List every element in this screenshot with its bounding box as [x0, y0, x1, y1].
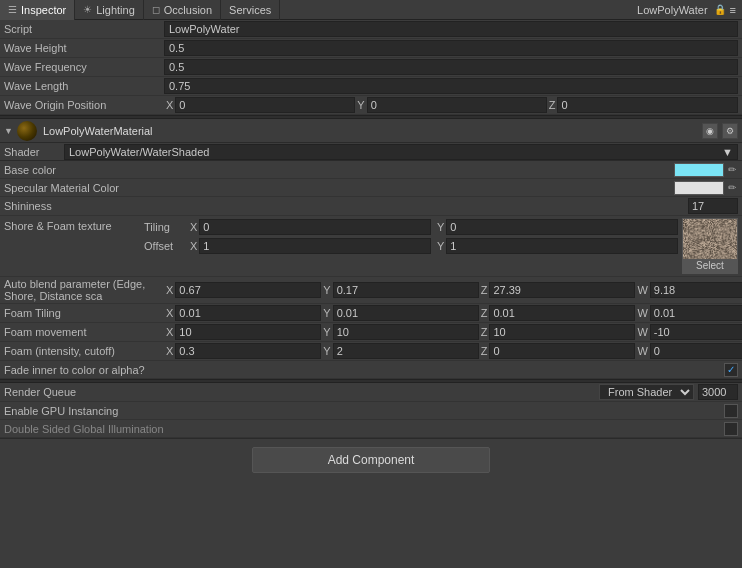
- base-color-edit-icon[interactable]: ✏: [726, 164, 738, 175]
- shininess-input[interactable]: [688, 198, 738, 214]
- offset-x-part: X: [188, 238, 431, 254]
- shader-value: LowPolyWater/WaterShaded: [69, 146, 209, 158]
- foam-movement-label: Foam movement: [4, 326, 164, 338]
- tab-inspector[interactable]: ☰ Inspector: [0, 0, 75, 20]
- wave-height-label: Wave Height: [4, 42, 164, 54]
- offset-x-axis: X: [188, 240, 199, 252]
- ft-x-axis: X: [164, 307, 175, 319]
- specular-color-swatch[interactable]: [674, 181, 724, 195]
- fm-w-axis: W: [635, 326, 649, 338]
- render-queue-dropdown[interactable]: From Shader: [599, 384, 694, 400]
- foam-intensity-label: Foam (intensity, cutoff): [4, 345, 164, 357]
- fi-x-input[interactable]: [175, 343, 321, 359]
- auto-blend-label: Auto blend parameter (Edge, Shore, Dista…: [4, 278, 164, 302]
- menu-icon[interactable]: ≡: [730, 4, 736, 16]
- ab-x-input[interactable]: [175, 282, 321, 298]
- script-row: Script: [0, 20, 742, 39]
- title-bar-right: LowPolyWater 🔒 ≡: [631, 4, 742, 16]
- fi-w-axis: W: [635, 345, 649, 357]
- lighting-icon: ☀: [83, 4, 92, 15]
- offset-label: Offset: [144, 240, 184, 252]
- foam-tiling-label: Foam Tiling: [4, 307, 164, 319]
- texture-label: Shore & Foam texture: [4, 218, 144, 232]
- wave-origin-z-axis: Z: [547, 99, 558, 111]
- fi-z-input[interactable]: [489, 343, 635, 359]
- wave-length-row: Wave Length: [0, 77, 742, 96]
- material-header: ▼ LowPolyWaterMaterial ◉ ⚙: [0, 119, 742, 143]
- shader-dropdown[interactable]: LowPolyWater/WaterShaded ▼: [64, 144, 738, 160]
- foam-intensity-fields: X Y Z W: [164, 343, 742, 359]
- shininess-row: Shininess: [0, 197, 742, 216]
- material-select-icon[interactable]: ◉: [702, 123, 718, 139]
- tab-bar: ☰ Inspector ☀ Lighting ◻ Occlusion Servi…: [0, 0, 742, 20]
- base-color-swatch[interactable]: [674, 163, 724, 177]
- render-queue-input[interactable]: [698, 384, 738, 400]
- ft-z-input[interactable]: [489, 305, 635, 321]
- wave-height-input[interactable]: [164, 40, 738, 56]
- texture-select-btn[interactable]: Select: [683, 259, 737, 273]
- tiling-offset-area: Tiling X Y Offset X: [144, 218, 678, 255]
- ab-y-input[interactable]: [333, 282, 479, 298]
- wave-origin-y[interactable]: [367, 97, 547, 113]
- fm-z-input[interactable]: [489, 324, 635, 340]
- specular-color-row: Specular Material Color ✏: [0, 179, 742, 197]
- shader-label: Shader: [4, 146, 64, 158]
- offset-y-input[interactable]: [446, 238, 678, 254]
- ab-w-input[interactable]: [650, 282, 742, 298]
- wave-origin-row: Wave Origin Position X Y Z: [0, 96, 742, 115]
- offset-x-input[interactable]: [199, 238, 431, 254]
- material-gear-icon[interactable]: ⚙: [722, 123, 738, 139]
- fm-w-input[interactable]: [650, 324, 742, 340]
- texture-preview[interactable]: Select: [682, 218, 738, 274]
- fm-z-axis: Z: [479, 326, 490, 338]
- fi-y-axis: Y: [321, 345, 332, 357]
- gpu-instancing-checkbox[interactable]: [724, 404, 738, 418]
- material-collapse[interactable]: ▼: [4, 126, 13, 136]
- script-value[interactable]: [164, 21, 738, 37]
- fm-x-input[interactable]: [175, 324, 321, 340]
- specular-color-edit-icon[interactable]: ✏: [726, 182, 738, 193]
- fade-inner-checkbox[interactable]: ✓: [724, 363, 738, 377]
- wave-origin-z[interactable]: [557, 97, 738, 113]
- fi-w-input[interactable]: [650, 343, 742, 359]
- tiling-y-input[interactable]: [446, 219, 678, 235]
- ft-w-input[interactable]: [650, 305, 742, 321]
- offset-y-part: Y: [435, 238, 678, 254]
- tiling-y-part: Y: [435, 219, 678, 235]
- wave-origin-y-axis: Y: [355, 99, 366, 111]
- lock-icon[interactable]: 🔒: [714, 4, 726, 15]
- double-sided-row: Double Sided Global Illumination: [0, 420, 742, 438]
- occlusion-icon: ◻: [152, 4, 160, 15]
- tab-services-label: Services: [229, 4, 271, 16]
- fm-y-axis: Y: [321, 326, 332, 338]
- double-sided-checkbox[interactable]: [724, 422, 738, 436]
- add-component-button[interactable]: Add Component: [252, 447, 490, 473]
- tiling-x-input[interactable]: [199, 219, 431, 235]
- fi-z-axis: Z: [479, 345, 490, 357]
- foam-intensity-row: Foam (intensity, cutoff) X Y Z W: [0, 342, 742, 361]
- ft-y-input[interactable]: [333, 305, 479, 321]
- fade-inner-label: Fade inner to color or alpha?: [4, 364, 724, 376]
- tab-lighting-label: Lighting: [96, 4, 135, 16]
- tab-lighting[interactable]: ☀ Lighting: [75, 0, 144, 20]
- tiling-label: Tiling: [144, 221, 184, 233]
- texture-right: Tiling X Y Offset X: [144, 218, 678, 255]
- fi-y-input[interactable]: [333, 343, 479, 359]
- wave-length-input[interactable]: [164, 78, 738, 94]
- auto-blend-row: Auto blend parameter (Edge, Shore, Dista…: [0, 277, 742, 304]
- gpu-instancing-row: Enable GPU Instancing: [0, 402, 742, 420]
- foam-movement-fields: X Y Z W: [164, 324, 742, 340]
- wave-frequency-input[interactable]: [164, 59, 738, 75]
- ab-z-axis: Z: [479, 284, 490, 296]
- wave-origin-fields: X Y Z: [164, 97, 738, 113]
- tab-services[interactable]: Services: [221, 0, 280, 20]
- ft-w-axis: W: [635, 307, 649, 319]
- wave-origin-x-axis: X: [164, 99, 175, 111]
- fm-y-input[interactable]: [333, 324, 479, 340]
- tab-occlusion[interactable]: ◻ Occlusion: [144, 0, 221, 20]
- wave-origin-label: Wave Origin Position: [4, 99, 164, 111]
- ab-z-input[interactable]: [489, 282, 635, 298]
- ft-x-input[interactable]: [175, 305, 321, 321]
- wave-origin-x[interactable]: [175, 97, 355, 113]
- wave-frequency-row: Wave Frequency: [0, 58, 742, 77]
